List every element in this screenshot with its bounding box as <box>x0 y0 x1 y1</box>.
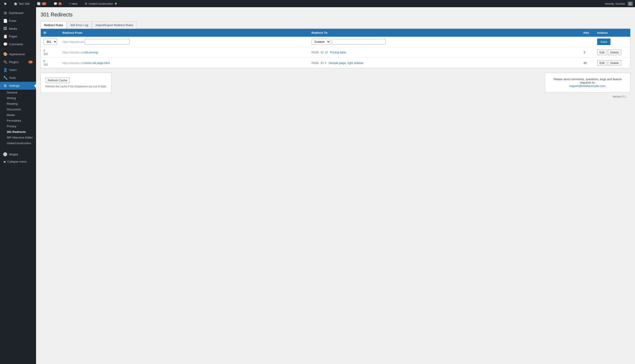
sidebar-item-weglot[interactable]: Weglot <box>0 150 36 158</box>
submenu-item-underconstruction[interactable]: UnderConstruction <box>0 140 36 146</box>
table-row: 8 301 https://wpsaas.wt/some-old-page.ht… <box>41 58 630 68</box>
delete-redirect-button[interactable]: Delete <box>608 60 621 66</box>
settings-icon: ⚙ <box>3 84 7 88</box>
collapse-label: Collapse menu <box>7 160 27 163</box>
row-from-cell: https://wpsaas.wt/some-old-page.html <box>60 58 309 68</box>
admin-bar: ■ 🏠 Test Site 🔄 22 💬 0 + New ⚙ UnderCons… <box>0 0 635 7</box>
plugins-badge: 19 <box>28 60 33 64</box>
submenu-item-privacy[interactable]: Privacy <box>0 124 36 129</box>
tab-import-export[interactable]: Import/Export Redirect Rules <box>92 22 137 28</box>
comments-icon: 💬 <box>54 2 57 6</box>
new-content-item[interactable]: + New <box>67 0 79 7</box>
new-redirect-row: 301 302 https://wpsaas.wt/ <box>41 37 630 47</box>
submenu-item-discussion[interactable]: Discussion <box>0 106 36 112</box>
save-redirect-button[interactable]: Save <box>597 38 611 45</box>
tab-redirect-rules[interactable]: Redirect Rules <box>41 22 67 28</box>
row-hits-cell: 3 <box>581 47 594 58</box>
submenu-item-reading[interactable]: Reading <box>0 101 36 106</box>
new-redirect-from-input[interactable] <box>85 39 130 44</box>
user-avatar: G <box>628 2 633 6</box>
pages-icon: 📋 <box>3 34 7 38</box>
submenu-item-wp-htaccess[interactable]: WP Htaccess Editor <box>0 135 36 140</box>
tab-navigation: Redirect Rules 404 Error Log Import/Expo… <box>41 22 630 28</box>
site-name-item[interactable]: 🏠 Test Site <box>12 0 32 7</box>
plugin-item[interactable]: ⚙ UnderConstruction <box>83 0 119 7</box>
howdy-text: Howdy, Gordan <box>605 2 625 6</box>
sidebar-item-tools[interactable]: 🔧 Tools <box>0 74 36 82</box>
sidebar-item-dashboard[interactable]: ⊞ Dashboard <box>0 9 36 17</box>
tab-404-error-log[interactable]: 404 Error Log <box>67 22 92 28</box>
sidebar-item-pages[interactable]: 📋 Pages <box>0 32 36 40</box>
new-row-hits-cell <box>581 37 594 47</box>
submenu-item-general[interactable]: General <box>0 90 36 95</box>
update-count: 22 <box>42 2 47 5</box>
new-label: + New <box>69 2 77 6</box>
menu-divider <box>0 49 36 49</box>
sidebar-item-label: Plugins <box>9 60 19 64</box>
collapse-icon: ◀ <box>3 160 6 163</box>
table-row: 9 302 https://wpsaas.wt/old-pricing/ PAG… <box>41 47 630 58</box>
sidebar-item-appearance[interactable]: 🎨 Appearance <box>0 50 36 58</box>
comments-item[interactable]: 💬 0 <box>52 0 64 7</box>
edit-redirect-button[interactable]: Edit <box>597 60 607 66</box>
refresh-cache-description: Refresh the cache if the dropdowns are o… <box>45 85 107 88</box>
wp-logo-icon: ■ <box>4 1 7 6</box>
submenu-item-writing[interactable]: Writing <box>0 95 36 101</box>
sidebar: ⊞ Dashboard 📄 Posts 🖼 Media 📋 Pages 💬 Co… <box>0 7 36 364</box>
appearance-icon: 🎨 <box>3 52 7 56</box>
row-actions-cell: Edit Delete <box>594 58 630 68</box>
new-row-to-cell: Custom Page Post https://wpsaas.wt <box>309 37 581 47</box>
sidebar-item-label: Comments <box>9 42 23 46</box>
version-text: Version 5.1 <box>612 95 626 98</box>
sidebar-item-label: Posts <box>9 19 17 22</box>
redirect-from-link[interactable]: old-pricing/ <box>84 51 98 54</box>
new-row-from-cell: https://wpsaas.wt/ <box>60 37 309 47</box>
weglot-label: Weglot <box>9 153 18 156</box>
collapse-menu-button[interactable]: ◀ Collapse menu <box>0 158 36 165</box>
sidebar-item-plugins[interactable]: 🔌 Plugins 19 <box>0 58 36 66</box>
sidebar-item-users[interactable]: 👤 Users <box>0 66 36 74</box>
bottom-sections: Refresh Cache Refresh the cache if the d… <box>41 73 630 93</box>
redirects-table: ID Redirect From Redirect To Hits Action… <box>41 28 630 68</box>
row-actions-cell: Edit Delete <box>594 47 630 58</box>
sidebar-item-settings[interactable]: ⚙ Settings <box>0 82 36 90</box>
submenu-item-media[interactable]: Media <box>0 112 36 118</box>
new-row-id-cell: 301 302 <box>41 37 60 47</box>
redirect-from-link[interactable]: some-old-page.html <box>84 61 110 65</box>
col-header-hits: Hits <box>581 29 594 37</box>
col-header-redirect-to: Redirect To <box>309 29 581 37</box>
sidebar-item-label: Appearance <box>9 52 25 56</box>
tools-icon: 🔧 <box>3 76 7 80</box>
new-redirect-code-select[interactable]: 301 302 <box>44 39 57 45</box>
media-icon: 🖼 <box>3 26 7 31</box>
new-redirect-to-type-select[interactable]: Custom Page Post <box>312 39 330 45</box>
delete-redirect-button[interactable]: Delete <box>608 50 621 55</box>
updates-item[interactable]: 🔄 22 <box>35 0 48 7</box>
home-icon: 🏠 <box>14 2 17 6</box>
support-email-link[interactable]: support@webfactoryltd.com <box>569 84 605 88</box>
plugins-icon: 🔌 <box>3 60 7 64</box>
refresh-cache-box: Refresh Cache Refresh the cache if the d… <box>41 73 112 93</box>
active-arrow <box>34 84 36 88</box>
row-id-cell: 8 301 <box>41 58 60 68</box>
submenu-item-permalinks[interactable]: Permalinks <box>0 118 36 124</box>
row-hits-cell: 45 <box>581 58 594 68</box>
row-to-cell: PAGE ID: 15 Pricing table <box>309 47 581 58</box>
sidebar-item-posts[interactable]: 📄 Posts <box>0 17 36 25</box>
wp-footer: Version 5.1 <box>41 93 630 100</box>
col-header-actions: Actions <box>594 29 630 37</box>
submenu-item-301-redirects[interactable]: 301 Redirects <box>0 129 36 135</box>
comments-count: 0 <box>58 2 62 5</box>
sidebar-item-comments[interactable]: 💬 Comments <box>0 40 36 48</box>
sidebar-item-media[interactable]: 🖼 Media <box>0 25 36 32</box>
col-header-id: ID <box>41 29 60 37</box>
edit-redirect-button[interactable]: Edit <box>597 50 607 55</box>
page-title: 301 Redirects <box>41 12 630 18</box>
from-url-prefix: https://wpsaas.wt/ <box>63 40 84 44</box>
wp-logo-item[interactable]: ■ <box>2 0 8 7</box>
weglot-icon <box>3 152 7 156</box>
plugin-label: UnderConstruction <box>89 2 113 6</box>
new-redirect-to-input[interactable]: https://wpsaas.wt <box>332 39 386 44</box>
main-content: 301 Redirects Redirect Rules 404 Error L… <box>36 7 635 364</box>
refresh-cache-button[interactable]: Refresh Cache <box>45 78 70 83</box>
